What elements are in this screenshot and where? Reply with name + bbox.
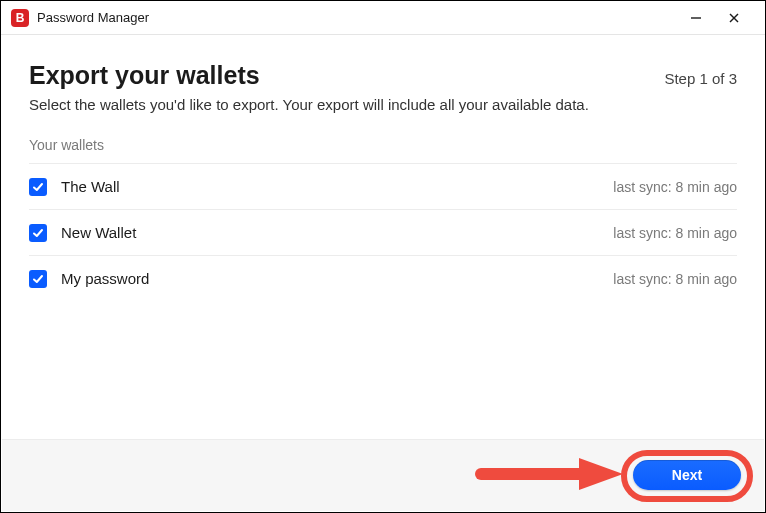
wallet-row[interactable]: My password last sync: 8 min ago — [29, 255, 737, 301]
wallet-checkbox[interactable] — [29, 224, 47, 242]
wallet-row[interactable]: The Wall last sync: 8 min ago — [29, 163, 737, 209]
check-icon — [32, 273, 44, 285]
titlebar: B Password Manager — [1, 1, 765, 35]
wallet-name: New Wallet — [61, 224, 136, 241]
check-icon — [32, 227, 44, 239]
main-content: Export your wallets Step 1 of 3 Select t… — [1, 35, 765, 301]
close-button[interactable] — [715, 4, 753, 32]
wallet-sync: last sync: 8 min ago — [613, 225, 737, 241]
wallet-list: The Wall last sync: 8 min ago New Wallet… — [29, 163, 737, 301]
step-indicator: Step 1 of 3 — [664, 70, 737, 87]
page-subtitle: Select the wallets you'd like to export.… — [29, 96, 737, 113]
app-icon-letter: B — [16, 11, 25, 25]
check-icon — [32, 181, 44, 193]
wallet-name: My password — [61, 270, 149, 287]
wallet-checkbox[interactable] — [29, 178, 47, 196]
window-title: Password Manager — [37, 10, 149, 25]
wallet-name: The Wall — [61, 178, 120, 195]
app-icon: B — [11, 9, 29, 27]
wallet-sync: last sync: 8 min ago — [613, 271, 737, 287]
wallet-row[interactable]: New Wallet last sync: 8 min ago — [29, 209, 737, 255]
page-title: Export your wallets — [29, 61, 260, 90]
close-icon — [728, 12, 740, 24]
section-label: Your wallets — [29, 137, 737, 163]
minimize-button[interactable] — [677, 4, 715, 32]
minimize-icon — [690, 12, 702, 24]
wallet-sync: last sync: 8 min ago — [613, 179, 737, 195]
wallet-checkbox[interactable] — [29, 270, 47, 288]
next-button[interactable]: Next — [633, 460, 741, 490]
